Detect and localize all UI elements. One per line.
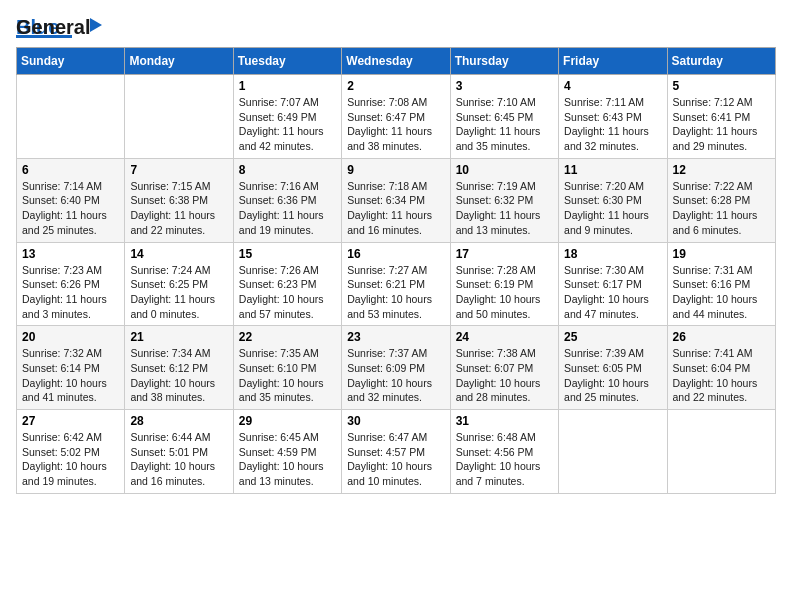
day-number: 6: [22, 163, 119, 177]
calendar-day-18: 18Sunrise: 7:30 AM Sunset: 6:17 PM Dayli…: [559, 242, 667, 326]
day-info: Sunrise: 7:34 AM Sunset: 6:12 PM Dayligh…: [130, 346, 227, 405]
day-number: 15: [239, 247, 336, 261]
day-info: Sunrise: 7:18 AM Sunset: 6:34 PM Dayligh…: [347, 179, 444, 238]
weekday-header-wednesday: Wednesday: [342, 48, 450, 75]
calendar-day-31: 31Sunrise: 6:48 AM Sunset: 4:56 PM Dayli…: [450, 410, 558, 494]
day-info: Sunrise: 6:44 AM Sunset: 5:01 PM Dayligh…: [130, 430, 227, 489]
day-number: 21: [130, 330, 227, 344]
day-info: Sunrise: 6:47 AM Sunset: 4:57 PM Dayligh…: [347, 430, 444, 489]
day-info: Sunrise: 7:07 AM Sunset: 6:49 PM Dayligh…: [239, 95, 336, 154]
calendar-empty-cell: [125, 75, 233, 159]
calendar-day-7: 7Sunrise: 7:15 AM Sunset: 6:38 PM Daylig…: [125, 158, 233, 242]
calendar-day-6: 6Sunrise: 7:14 AM Sunset: 6:40 PM Daylig…: [17, 158, 125, 242]
day-info: Sunrise: 7:20 AM Sunset: 6:30 PM Dayligh…: [564, 179, 661, 238]
calendar-day-17: 17Sunrise: 7:28 AM Sunset: 6:19 PM Dayli…: [450, 242, 558, 326]
calendar-day-28: 28Sunrise: 6:44 AM Sunset: 5:01 PM Dayli…: [125, 410, 233, 494]
day-number: 24: [456, 330, 553, 344]
day-info: Sunrise: 7:11 AM Sunset: 6:43 PM Dayligh…: [564, 95, 661, 154]
calendar-day-10: 10Sunrise: 7:19 AM Sunset: 6:32 PM Dayli…: [450, 158, 558, 242]
page-header: General Blue: [16, 16, 776, 39]
day-info: Sunrise: 7:08 AM Sunset: 6:47 PM Dayligh…: [347, 95, 444, 154]
day-number: 20: [22, 330, 119, 344]
day-info: Sunrise: 7:32 AM Sunset: 6:14 PM Dayligh…: [22, 346, 119, 405]
day-info: Sunrise: 7:37 AM Sunset: 6:09 PM Dayligh…: [347, 346, 444, 405]
calendar-day-12: 12Sunrise: 7:22 AM Sunset: 6:28 PM Dayli…: [667, 158, 775, 242]
calendar-day-15: 15Sunrise: 7:26 AM Sunset: 6:23 PM Dayli…: [233, 242, 341, 326]
weekday-header-saturday: Saturday: [667, 48, 775, 75]
day-info: Sunrise: 7:31 AM Sunset: 6:16 PM Dayligh…: [673, 263, 770, 322]
calendar-day-21: 21Sunrise: 7:34 AM Sunset: 6:12 PM Dayli…: [125, 326, 233, 410]
day-number: 19: [673, 247, 770, 261]
day-info: Sunrise: 6:48 AM Sunset: 4:56 PM Dayligh…: [456, 430, 553, 489]
day-number: 23: [347, 330, 444, 344]
day-info: Sunrise: 7:28 AM Sunset: 6:19 PM Dayligh…: [456, 263, 553, 322]
weekday-header-tuesday: Tuesday: [233, 48, 341, 75]
day-number: 1: [239, 79, 336, 93]
logo-arrow-icon: [90, 18, 102, 32]
day-number: 28: [130, 414, 227, 428]
day-number: 7: [130, 163, 227, 177]
calendar-day-4: 4Sunrise: 7:11 AM Sunset: 6:43 PM Daylig…: [559, 75, 667, 159]
calendar-day-25: 25Sunrise: 7:39 AM Sunset: 6:05 PM Dayli…: [559, 326, 667, 410]
day-info: Sunrise: 7:10 AM Sunset: 6:45 PM Dayligh…: [456, 95, 553, 154]
day-number: 2: [347, 79, 444, 93]
calendar-header-row: SundayMondayTuesdayWednesdayThursdayFrid…: [17, 48, 776, 75]
day-number: 27: [22, 414, 119, 428]
calendar-day-29: 29Sunrise: 6:45 AM Sunset: 4:59 PM Dayli…: [233, 410, 341, 494]
calendar-day-1: 1Sunrise: 7:07 AM Sunset: 6:49 PM Daylig…: [233, 75, 341, 159]
calendar-week-4: 20Sunrise: 7:32 AM Sunset: 6:14 PM Dayli…: [17, 326, 776, 410]
logo-general: General: [16, 16, 90, 38]
calendar-empty-cell: [667, 410, 775, 494]
calendar-week-2: 6Sunrise: 7:14 AM Sunset: 6:40 PM Daylig…: [17, 158, 776, 242]
day-number: 31: [456, 414, 553, 428]
day-number: 11: [564, 163, 661, 177]
calendar-day-24: 24Sunrise: 7:38 AM Sunset: 6:07 PM Dayli…: [450, 326, 558, 410]
day-info: Sunrise: 7:16 AM Sunset: 6:36 PM Dayligh…: [239, 179, 336, 238]
calendar-week-5: 27Sunrise: 6:42 AM Sunset: 5:02 PM Dayli…: [17, 410, 776, 494]
calendar-day-3: 3Sunrise: 7:10 AM Sunset: 6:45 PM Daylig…: [450, 75, 558, 159]
day-info: Sunrise: 7:14 AM Sunset: 6:40 PM Dayligh…: [22, 179, 119, 238]
calendar-week-3: 13Sunrise: 7:23 AM Sunset: 6:26 PM Dayli…: [17, 242, 776, 326]
day-number: 4: [564, 79, 661, 93]
day-info: Sunrise: 7:38 AM Sunset: 6:07 PM Dayligh…: [456, 346, 553, 405]
day-number: 26: [673, 330, 770, 344]
weekday-header-sunday: Sunday: [17, 48, 125, 75]
calendar-day-11: 11Sunrise: 7:20 AM Sunset: 6:30 PM Dayli…: [559, 158, 667, 242]
day-number: 10: [456, 163, 553, 177]
calendar-day-19: 19Sunrise: 7:31 AM Sunset: 6:16 PM Dayli…: [667, 242, 775, 326]
calendar-day-13: 13Sunrise: 7:23 AM Sunset: 6:26 PM Dayli…: [17, 242, 125, 326]
day-number: 16: [347, 247, 444, 261]
day-number: 22: [239, 330, 336, 344]
calendar-day-20: 20Sunrise: 7:32 AM Sunset: 6:14 PM Dayli…: [17, 326, 125, 410]
day-info: Sunrise: 7:15 AM Sunset: 6:38 PM Dayligh…: [130, 179, 227, 238]
day-number: 5: [673, 79, 770, 93]
day-info: Sunrise: 7:22 AM Sunset: 6:28 PM Dayligh…: [673, 179, 770, 238]
day-number: 14: [130, 247, 227, 261]
calendar-day-22: 22Sunrise: 7:35 AM Sunset: 6:10 PM Dayli…: [233, 326, 341, 410]
day-number: 3: [456, 79, 553, 93]
day-info: Sunrise: 6:42 AM Sunset: 5:02 PM Dayligh…: [22, 430, 119, 489]
day-info: Sunrise: 7:39 AM Sunset: 6:05 PM Dayligh…: [564, 346, 661, 405]
logo: General Blue: [16, 16, 90, 39]
weekday-header-thursday: Thursday: [450, 48, 558, 75]
day-info: Sunrise: 7:35 AM Sunset: 6:10 PM Dayligh…: [239, 346, 336, 405]
day-info: Sunrise: 7:23 AM Sunset: 6:26 PM Dayligh…: [22, 263, 119, 322]
day-number: 9: [347, 163, 444, 177]
day-number: 13: [22, 247, 119, 261]
calendar-empty-cell: [559, 410, 667, 494]
day-number: 8: [239, 163, 336, 177]
day-number: 12: [673, 163, 770, 177]
day-number: 18: [564, 247, 661, 261]
day-info: Sunrise: 7:24 AM Sunset: 6:25 PM Dayligh…: [130, 263, 227, 322]
day-info: Sunrise: 7:26 AM Sunset: 6:23 PM Dayligh…: [239, 263, 336, 322]
day-info: Sunrise: 7:12 AM Sunset: 6:41 PM Dayligh…: [673, 95, 770, 154]
calendar-day-5: 5Sunrise: 7:12 AM Sunset: 6:41 PM Daylig…: [667, 75, 775, 159]
calendar-day-14: 14Sunrise: 7:24 AM Sunset: 6:25 PM Dayli…: [125, 242, 233, 326]
weekday-header-monday: Monday: [125, 48, 233, 75]
calendar-day-8: 8Sunrise: 7:16 AM Sunset: 6:36 PM Daylig…: [233, 158, 341, 242]
calendar-day-30: 30Sunrise: 6:47 AM Sunset: 4:57 PM Dayli…: [342, 410, 450, 494]
day-info: Sunrise: 7:19 AM Sunset: 6:32 PM Dayligh…: [456, 179, 553, 238]
day-info: Sunrise: 7:27 AM Sunset: 6:21 PM Dayligh…: [347, 263, 444, 322]
calendar-body: 1Sunrise: 7:07 AM Sunset: 6:49 PM Daylig…: [17, 75, 776, 494]
day-info: Sunrise: 7:41 AM Sunset: 6:04 PM Dayligh…: [673, 346, 770, 405]
